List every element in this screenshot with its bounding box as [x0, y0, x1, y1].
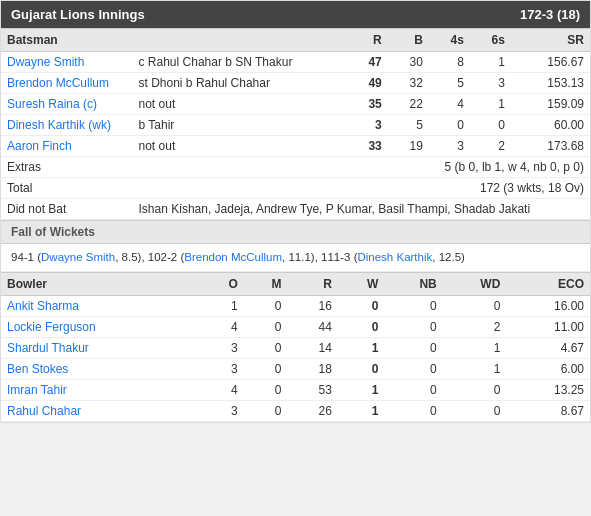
dismissal: c Rahul Chahar b SN Thakur [133, 52, 354, 73]
runs-given: 18 [288, 359, 338, 380]
overs: 3 [201, 359, 243, 380]
col-r: R [354, 29, 388, 52]
bowling-row: Shardul Thakur 3 0 14 1 0 1 4.67 [1, 338, 590, 359]
col-eco: ECO [506, 273, 590, 296]
maidens: 0 [244, 380, 288, 401]
wickets: 1 [338, 401, 384, 422]
wides: 0 [443, 401, 507, 422]
bowling-row: Lockie Ferguson 4 0 44 0 0 2 11.00 [1, 317, 590, 338]
bowling-table: Bowler O M R W NB WD ECO Ankit Sharma 1 … [1, 272, 590, 422]
no-balls: 0 [384, 317, 442, 338]
bowling-row: Ben Stokes 3 0 18 0 0 1 6.00 [1, 359, 590, 380]
no-balls: 0 [384, 401, 442, 422]
bowling-row: Rahul Chahar 3 0 26 1 0 0 8.67 [1, 401, 590, 422]
strike-rate: 173.68 [511, 136, 590, 157]
sixes: 1 [470, 52, 511, 73]
maidens: 0 [244, 296, 288, 317]
total-spacer [133, 178, 388, 199]
runs: 33 [354, 136, 388, 157]
wides: 0 [443, 296, 507, 317]
fow-batsman[interactable]: Brendon McCullum [184, 251, 282, 263]
batting-row: Aaron Finch not out 33 19 3 2 173.68 [1, 136, 590, 157]
no-balls: 0 [384, 380, 442, 401]
col-6s: 6s [470, 29, 511, 52]
wides: 2 [443, 317, 507, 338]
bowling-header-row: Bowler O M R W NB WD ECO [1, 273, 590, 296]
wickets: 1 [338, 380, 384, 401]
col-wd: WD [443, 273, 507, 296]
maidens: 0 [244, 401, 288, 422]
runs-given: 44 [288, 317, 338, 338]
bowling-row: Imran Tahir 4 0 53 1 0 0 13.25 [1, 380, 590, 401]
batsman-name[interactable]: Brendon McCullum [1, 73, 133, 94]
fow-batsman[interactable]: Dwayne Smith [41, 251, 115, 263]
col-nb: NB [384, 273, 442, 296]
col-batsman: Batsman [1, 29, 133, 52]
col-bowler: Bowler [1, 273, 201, 296]
dnb-label: Did not Bat [1, 199, 133, 220]
fow-batsman[interactable]: Dinesh Karthik [357, 251, 432, 263]
fow-section: 94-1 (Dwayne Smith, 8.5), 102-2 (Brendon… [1, 244, 590, 272]
batsman-name[interactable]: Dwayne Smith [1, 52, 133, 73]
balls: 32 [388, 73, 429, 94]
bowler-name[interactable]: Imran Tahir [1, 380, 201, 401]
strike-rate: 156.67 [511, 52, 590, 73]
bowler-name[interactable]: Rahul Chahar [1, 401, 201, 422]
dismissal: b Tahir [133, 115, 354, 136]
total-label: Total [1, 178, 133, 199]
wides: 1 [443, 359, 507, 380]
runs-given: 26 [288, 401, 338, 422]
runs: 3 [354, 115, 388, 136]
batting-row: Dinesh Karthik (wk) b Tahir 3 5 0 0 60.0… [1, 115, 590, 136]
col-w: W [338, 273, 384, 296]
wickets: 0 [338, 317, 384, 338]
bowler-name[interactable]: Ben Stokes [1, 359, 201, 380]
economy: 8.67 [506, 401, 590, 422]
balls: 19 [388, 136, 429, 157]
col-b: B [388, 29, 429, 52]
no-balls: 0 [384, 338, 442, 359]
innings-score: 172-3 (18) [520, 7, 580, 22]
bowler-name[interactable]: Shardul Thakur [1, 338, 201, 359]
dnb-row: Did not Bat Ishan Kishan, Jadeja, Andrew… [1, 199, 590, 220]
extras-label: Extras [1, 157, 133, 178]
fours: 0 [429, 115, 470, 136]
balls: 22 [388, 94, 429, 115]
fours: 3 [429, 136, 470, 157]
runs: 35 [354, 94, 388, 115]
economy: 16.00 [506, 296, 590, 317]
runs-given: 16 [288, 296, 338, 317]
bowler-name[interactable]: Ankit Sharma [1, 296, 201, 317]
extras-value [133, 157, 388, 178]
batsman-name[interactable]: Aaron Finch [1, 136, 133, 157]
sixes: 0 [470, 115, 511, 136]
batting-row: Dwayne Smith c Rahul Chahar b SN Thakur … [1, 52, 590, 73]
batsman-name[interactable]: Dinesh Karthik (wk) [1, 115, 133, 136]
col-o: O [201, 273, 243, 296]
sixes: 3 [470, 73, 511, 94]
bowling-row: Ankit Sharma 1 0 16 0 0 0 16.00 [1, 296, 590, 317]
dismissal: not out [133, 94, 354, 115]
economy: 6.00 [506, 359, 590, 380]
economy: 4.67 [506, 338, 590, 359]
dismissal: not out [133, 136, 354, 157]
wides: 0 [443, 380, 507, 401]
batsman-name[interactable]: Suresh Raina (c) [1, 94, 133, 115]
wickets: 0 [338, 296, 384, 317]
dnb-value: Ishan Kishan, Jadeja, Andrew Tye, P Kuma… [133, 199, 590, 220]
strike-rate: 153.13 [511, 73, 590, 94]
extras-row: Extras 5 (b 0, lb 1, w 4, nb 0, p 0) [1, 157, 590, 178]
bowler-name[interactable]: Lockie Ferguson [1, 317, 201, 338]
wickets: 0 [338, 359, 384, 380]
scorecard: Gujarat Lions Innings 172-3 (18) Batsman… [0, 0, 591, 423]
no-balls: 0 [384, 359, 442, 380]
overs: 4 [201, 317, 243, 338]
batting-row: Suresh Raina (c) not out 35 22 4 1 159.0… [1, 94, 590, 115]
fours: 4 [429, 94, 470, 115]
overs: 4 [201, 380, 243, 401]
economy: 13.25 [506, 380, 590, 401]
batting-row: Brendon McCullum st Dhoni b Rahul Chahar… [1, 73, 590, 94]
wides: 1 [443, 338, 507, 359]
col-4s: 4s [429, 29, 470, 52]
total-value: 172 (3 wkts, 18 Ov) [388, 178, 590, 199]
